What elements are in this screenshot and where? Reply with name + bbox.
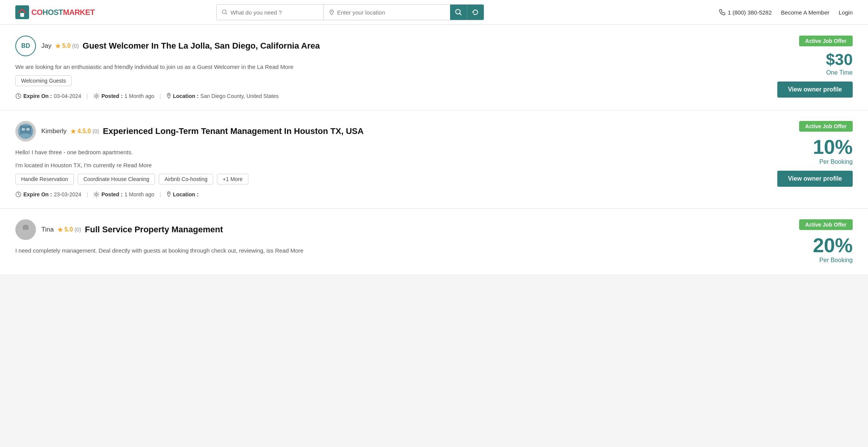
star-icon: ★	[57, 226, 63, 233]
svg-rect-1	[20, 13, 24, 17]
read-more-link[interactable]: Read More	[275, 247, 303, 254]
location-icon	[329, 9, 334, 15]
location-label: Location :	[173, 191, 199, 197]
gear-icon	[93, 93, 100, 99]
separator: |	[86, 93, 88, 99]
price-amount: 20%	[813, 235, 853, 255]
view-owner-profile-button[interactable]: View owner profile	[777, 171, 853, 187]
search-submit-button[interactable]	[450, 5, 467, 20]
job-description-1: Hello! I have three - one bedroom apartm…	[15, 148, 777, 157]
svg-point-8	[95, 95, 97, 97]
search-location-input[interactable]	[337, 9, 445, 16]
svg-rect-13	[26, 128, 29, 131]
user-info: Kimberly ★ 4.5.0 (0) Experienced Long-Te…	[41, 126, 364, 136]
svg-line-3	[225, 13, 227, 14]
job-title: Guest Welcomer In The La Jolla, San Dieg…	[83, 41, 320, 51]
rating: ★ 5.0 (0)	[55, 42, 78, 50]
tag: Coordinate House Cleaning	[78, 174, 155, 184]
job-right-panel: Active Job Offer 10% Per Booking View ow…	[777, 121, 853, 187]
tag: Airbnb Co-hosting	[159, 174, 213, 184]
posted-item: Posted : 1 Month ago	[93, 93, 154, 99]
tag: Welcoming Guests	[15, 75, 72, 86]
job-title: Experienced Long-Term Tenant Management …	[103, 126, 364, 136]
job-card: Tina ★ 5.0 (0) Full Service Property Man…	[0, 209, 868, 274]
separator: |	[86, 191, 88, 197]
user-name: Jay	[41, 42, 51, 50]
job-description-2: I'm located in Houston TX, I'm currently…	[15, 161, 777, 170]
phone-link[interactable]: 1 (800) 380-5282	[719, 9, 772, 16]
phone-icon	[719, 9, 725, 15]
svg-point-16	[168, 193, 169, 194]
tags-container: Welcoming Guests	[15, 75, 777, 86]
posted-time: 1 Month ago	[124, 93, 154, 99]
search-bar	[216, 4, 484, 20]
posted-label: Posted :	[101, 93, 122, 99]
header-right: 1 (800) 380-5282 Become A Member Login	[719, 9, 853, 16]
search-location-container	[324, 5, 450, 20]
expire-label: Expire On :	[23, 93, 52, 99]
separator2: |	[160, 191, 161, 197]
phone-number: 1 (800) 380-5282	[728, 9, 772, 16]
job-description: We are looking for an enthusiastic and f…	[15, 62, 777, 72]
refresh-button[interactable]	[467, 5, 484, 20]
active-badge: Active Job Offer	[799, 36, 853, 46]
job-card: Kimberly ★ 4.5.0 (0) Experienced Long-Te…	[0, 110, 868, 209]
view-owner-profile-button[interactable]: View owner profile	[777, 82, 853, 98]
job-footer: Expire On : 03-04-2024 | Posted : 1 Mont…	[15, 93, 777, 99]
expire-date: 03-04-2024	[54, 93, 82, 99]
rating: ★ 5.0 (0)	[57, 226, 81, 233]
active-badge: Active Job Offer	[799, 121, 853, 132]
price-type: Per Booking	[819, 257, 853, 264]
pin-icon	[166, 93, 171, 99]
job-right-panel: Active Job Offer 20% Per Booking	[799, 219, 853, 264]
header: COHOSTMARKET	[0, 0, 868, 25]
job-meta: Expire On : 03-04-2024 | Posted : 1 Mont…	[15, 93, 279, 99]
star-icon: ★	[70, 128, 76, 135]
user-name: Tina	[41, 226, 54, 233]
rating: ★ 4.5.0 (0)	[70, 128, 99, 135]
posted-label: Posted :	[101, 191, 122, 197]
read-more-link[interactable]: Read More	[123, 162, 152, 168]
price-type: Per Booking	[819, 158, 853, 165]
svg-line-6	[459, 13, 461, 15]
posted-time: 1 Month ago	[124, 191, 154, 197]
user-info: Tina ★ 5.0 (0) Full Service Property Man…	[41, 225, 223, 235]
rating-count: (0)	[75, 227, 81, 233]
active-badge: Active Job Offer	[799, 219, 853, 230]
job-card: BD Jay ★ 5.0 (0) Guest Welcomer In The L…	[0, 25, 868, 110]
search-icon	[222, 9, 228, 15]
price-section: 20% Per Booking	[813, 235, 853, 264]
search-what-container	[217, 5, 324, 20]
pin-icon	[166, 191, 171, 197]
logo-text: COHOSTMARKET	[31, 8, 95, 17]
expire-item: Expire On : 23-03-2024	[15, 191, 81, 197]
avatar	[15, 219, 36, 240]
gear-icon	[93, 191, 100, 197]
job-meta: Expire On : 23-03-2024 | Posted : 1 Mont…	[15, 191, 201, 197]
login-link[interactable]: Login	[839, 9, 853, 16]
job-footer: Expire On : 23-03-2024 | Posted : 1 Mont…	[15, 191, 777, 197]
rating-count: (0)	[72, 43, 79, 49]
svg-rect-11	[20, 126, 31, 133]
logo[interactable]: COHOSTMARKET	[15, 5, 95, 19]
rating-value: 5.0	[64, 226, 73, 233]
location-item: Location : San Diego County, United Stat…	[166, 93, 279, 99]
expire-date: 23-03-2024	[54, 191, 82, 197]
clock-icon	[15, 191, 21, 197]
svg-point-4	[331, 11, 332, 12]
svg-point-9	[168, 95, 169, 96]
main-content: BD Jay ★ 5.0 (0) Guest Welcomer In The L…	[0, 25, 868, 274]
rating-value: 4.5.0	[77, 128, 91, 135]
clock-icon	[15, 93, 21, 99]
location-label: Location :	[173, 93, 199, 99]
tags-container: Handle Reservation Coordinate House Clea…	[15, 174, 777, 184]
avatar: BD	[15, 36, 36, 56]
tag: Handle Reservation	[15, 174, 74, 184]
read-more-link[interactable]: Read More	[265, 64, 293, 70]
tag-more[interactable]: +1 More	[217, 174, 248, 184]
search-what-input[interactable]	[230, 9, 318, 16]
become-member-link[interactable]: Become A Member	[781, 9, 830, 16]
svg-rect-0	[15, 5, 29, 19]
rating-count: (0)	[93, 128, 99, 134]
location-item: Location :	[166, 191, 201, 197]
